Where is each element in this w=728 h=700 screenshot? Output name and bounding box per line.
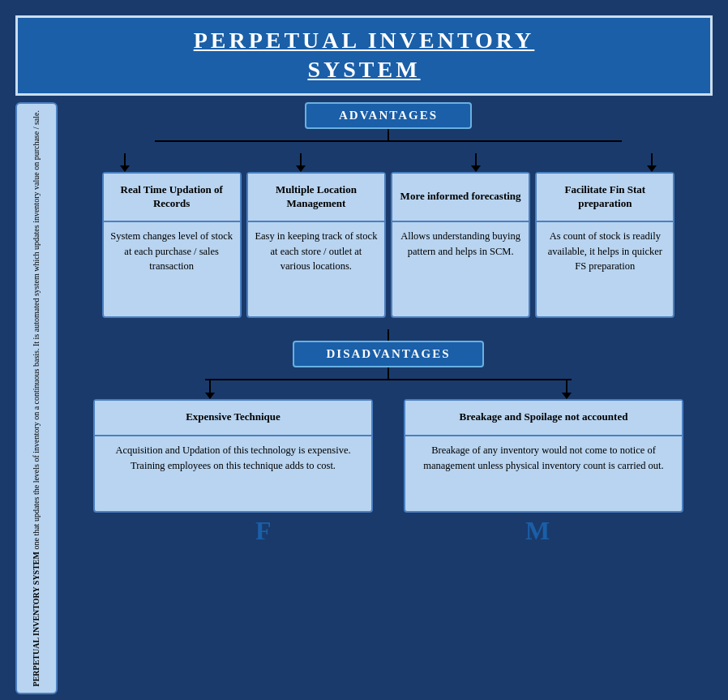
bottom-letter-f: F	[137, 516, 389, 546]
connector-up-disadv	[388, 329, 389, 341]
h-line-adv-bar	[155, 140, 622, 142]
side-label: PERPETUAL INVENTORY SYSTEM one that upda…	[15, 102, 58, 694]
title-line2: SYSTEM	[307, 57, 420, 82]
arrow-col-1	[120, 153, 130, 172]
title-line1: PERPETUAL INVENTORY	[194, 28, 535, 53]
arrow-down-2	[296, 165, 306, 172]
title-box: PERPETUAL INVENTORY SYSTEM	[15, 15, 713, 96]
arrow-col-2	[296, 153, 306, 172]
adv-card-2: Multiple Location Management Easy in kee…	[246, 172, 386, 318]
bottom-letter-m: M	[412, 516, 664, 546]
arrow-col-3	[471, 153, 481, 172]
main-content: PERPETUAL INVENTORY SYSTEM one that upda…	[15, 102, 713, 694]
disadvantages-label: DISADVANTAGES	[293, 341, 485, 367]
bottom-letters: F M	[102, 516, 675, 546]
v-line-disadv-1	[209, 380, 211, 393]
adv-card-2-body: Easy in keeping track of stock at each s…	[248, 222, 384, 316]
arrow-down-3	[471, 165, 481, 172]
four-arrows	[120, 153, 657, 172]
arrow-down-4	[647, 165, 657, 172]
disadv-card-1-body: Acquisition and Updation of this technol…	[95, 436, 372, 511]
disadv-card-2-body: Breakage of any inventory would not come…	[405, 436, 683, 511]
two-arrows	[205, 380, 571, 399]
arrow-down-disadv-1	[205, 393, 215, 399]
adv-card-3: More informed forecasting Allows underst…	[391, 172, 530, 318]
page-container: PERPETUAL INVENTORY SYSTEM PERPETUAL INV…	[7, 7, 721, 693]
v-line-4	[651, 153, 653, 166]
v-line-2	[300, 153, 302, 166]
h-line-adv	[120, 140, 657, 153]
disadvantages-section: DISADVANTAGES	[84, 323, 693, 546]
disadv-card-1-header: Expensive Technique	[95, 401, 372, 436]
adv-card-3-header: More informed forecasting	[392, 174, 529, 222]
arrow-down-1	[120, 165, 130, 172]
disadv-card-2: Breakage and Spoilage not accounted Brea…	[404, 399, 684, 513]
v-line-disadv-2	[566, 380, 567, 393]
disadv-card-1: Expensive Technique Acquisition and Upda…	[93, 399, 374, 513]
diagram-area: ADVANTAGES	[64, 102, 713, 694]
adv-card-2-header: Multiple Location Management	[248, 174, 384, 222]
advantages-label: ADVANTAGES	[305, 102, 472, 129]
connector-down-disadv	[388, 367, 389, 379]
adv-card-4-body: As count of stock is readily available, …	[537, 222, 673, 316]
side-label-bold: PERPETUAL INVENTORY SYSTEM	[32, 552, 41, 686]
adv-card-4: Facilitate Fin Stat preparation As count…	[535, 172, 674, 318]
disadv-card-2-header: Breakage and Spoilage not accounted	[405, 401, 683, 436]
adv-card-1-body: System changes level of stock at each pu…	[104, 222, 240, 316]
adv-card-4-header: Facilitate Fin Stat preparation	[537, 174, 673, 222]
connector-down-adv	[388, 129, 389, 140]
adv-cards-row: Real Time Updation of Records System cha…	[102, 172, 675, 318]
adv-card-1-header: Real Time Updation of Records	[104, 174, 240, 222]
disadv-cards-row: Expensive Technique Acquisition and Upda…	[84, 399, 693, 513]
arrow-col-4	[647, 153, 657, 172]
v-line-1	[124, 153, 126, 166]
title-text: PERPETUAL INVENTORY SYSTEM	[34, 26, 694, 85]
side-label-text: PERPETUAL INVENTORY SYSTEM one that upda…	[31, 110, 42, 686]
advantages-tree: ADVANTAGES	[84, 102, 693, 318]
adv-card-3-body: Allows understanding buying pattern and …	[392, 222, 529, 316]
h-line-disadv	[205, 379, 571, 380]
v-line-3	[475, 153, 477, 166]
arrow-down-disadv-2	[562, 393, 572, 399]
adv-card-1: Real Time Updation of Records System cha…	[102, 172, 242, 318]
arrow-col-disadv-1	[205, 380, 215, 399]
arrow-col-disadv-2	[562, 380, 572, 399]
